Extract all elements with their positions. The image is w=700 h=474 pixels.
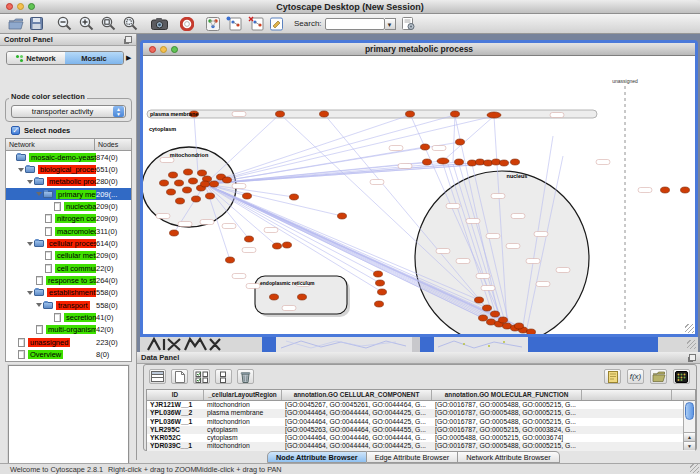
birds-eye-view[interactable] [8, 365, 129, 474]
tab-network-attribute-browser[interactable]: Network Attribute Browser [458, 451, 559, 463]
search-options-icon[interactable] [402, 16, 415, 32]
background-window-sliver[interactable] [434, 337, 528, 352]
tree-row[interactable]: macromolecule311(0) [6, 225, 131, 237]
table-cell[interactable]: [GO:0016787, GO:0005488, GO:0005215, G..… [432, 401, 582, 409]
network-view-window[interactable]: primary metabolic process plasma membran… [140, 40, 698, 337]
table-row[interactable]: YLR295Ccytoplasm[GO:0045263, GO:0044464,… [147, 426, 695, 434]
tab-node-attribute-browser[interactable]: Node Attribute Browser [267, 451, 367, 463]
disclosure-triangle-icon[interactable] [35, 303, 43, 307]
table-cell[interactable]: YKR052C [147, 434, 204, 442]
background-window-sliver[interactable] [276, 337, 412, 352]
tab-mosaic[interactable]: Mosaic [65, 52, 123, 64]
disclosure-triangle-icon[interactable] [26, 180, 34, 184]
tree-row[interactable]: unassigned223(0) [6, 336, 131, 348]
scroll-down-icon[interactable]: ▼ [684, 441, 695, 450]
table-cell[interactable]: [GO:0005488, GO:0005215, GO:0003674] [432, 434, 582, 442]
search-input[interactable] [325, 18, 385, 30]
tree-row[interactable]: response to stimulu264(0) [6, 274, 131, 286]
tab-network[interactable]: Network [7, 52, 65, 64]
table-cell[interactable]: [GO:0045267, GO:0045261, GO:0044464, G..… [282, 401, 432, 409]
mosaic-icon[interactable] [206, 16, 220, 32]
tree-row[interactable]: cell communicat22(0) [6, 262, 131, 274]
save-session-icon[interactable] [30, 16, 43, 32]
tree-row[interactable]: metabolic process280(0) [6, 176, 131, 188]
tree-col-network[interactable]: Network [6, 139, 95, 150]
disclosure-triangle-icon[interactable] [35, 192, 43, 196]
tree-row[interactable]: primary metabo209(... [6, 188, 131, 200]
table-row[interactable]: YPL036W__1mitochondrion[GO:0044464, GO:0… [147, 418, 695, 426]
col-go-cellular-component[interactable]: annotation.GO CELLULAR_COMPONENT [282, 390, 432, 400]
table-cell[interactable]: [GO:0016787, GO:0005488, GO:0005215, G..… [432, 409, 582, 417]
select-attributes-icon[interactable] [193, 369, 210, 384]
zoom-in-icon[interactable] [79, 16, 94, 32]
unselect-attributes-icon[interactable] [215, 369, 232, 384]
table-cell[interactable]: [GO:0016787, GO:0005488, GO:0005215, G..… [432, 418, 582, 426]
help-lifesaver-icon[interactable] [180, 16, 194, 32]
table-cell[interactable]: [GO:0045263, GO:0044464, GO:0044455, G..… [282, 426, 432, 434]
zoom-out-icon[interactable] [57, 16, 72, 32]
tree-row[interactable]: Overview8(0) [6, 349, 131, 361]
minimize-view-icon[interactable] [160, 46, 167, 53]
disclosure-triangle-icon[interactable] [17, 168, 25, 172]
table-row[interactable]: YPL036W__2plasma membrane[GO:0044464, GO… [147, 409, 695, 417]
background-window-sliver[interactable] [140, 337, 262, 352]
table-cell[interactable]: YPL036W__1 [147, 418, 204, 426]
window-titlebar[interactable]: Cytoscape Desktop (New Session) [0, 0, 700, 14]
table-cell[interactable]: YJR121W__1 [147, 401, 204, 409]
tree-row[interactable]: nucleobase-209(0) [6, 200, 131, 212]
table-row[interactable]: YKR052Ccytoplasm[GO:0044464, GO:0044446,… [147, 434, 695, 442]
table-cell[interactable]: mitochondrion [204, 418, 282, 426]
tab-overflow-arrow-icon[interactable]: ▶ [126, 54, 131, 62]
network-window-titlebar[interactable]: primary metabolic process [143, 43, 695, 56]
table-scrollbar[interactable]: ▲ ▼ [683, 401, 695, 450]
maximize-view-icon[interactable] [171, 46, 178, 53]
tree-row[interactable]: cellular metabo209(0) [6, 250, 131, 262]
annotation-icon[interactable] [270, 16, 284, 32]
scrollbar-thumb[interactable] [685, 402, 694, 420]
minimize-window-icon[interactable] [17, 3, 24, 10]
matrix-icon[interactable] [673, 369, 690, 384]
maximize-window-icon[interactable] [28, 3, 35, 10]
formula-fx-icon[interactable]: f(x) [627, 369, 644, 384]
new-attribute-icon[interactable] [171, 369, 188, 384]
open-session-icon[interactable] [8, 16, 24, 32]
background-windows-strip[interactable] [140, 337, 698, 352]
table-cell[interactable]: [GO:0044464, GO:0044444, GO:0044425, G..… [282, 418, 432, 426]
tree-row[interactable]: mosaic-demo-yeast874(0) [6, 151, 131, 163]
col-go-molecular-function[interactable]: annotation.GO MOLECULAR_FUNCTION [432, 390, 582, 400]
attribute-table-icon[interactable] [149, 369, 166, 384]
network-canvas[interactable]: plasma membrane cytoplasm mitochondrion … [143, 56, 695, 334]
table-cell[interactable]: [GO:0044464, GO:0044446, GO:0044444, G..… [282, 434, 432, 442]
background-window-corner[interactable] [658, 337, 698, 352]
table-cell[interactable]: cytoplasm [204, 434, 282, 442]
tree-row[interactable]: establishment of lo558(0) [6, 287, 131, 299]
close-window-icon[interactable] [6, 3, 13, 10]
table-cell[interactable]: mitochondrion [204, 442, 282, 450]
float-panel-icon[interactable] [125, 36, 132, 43]
table-row[interactable]: YJR121W__1mitochondrion[GO:0045267, GO:0… [147, 401, 695, 409]
table-cell[interactable]: YPL036W__2 [147, 409, 204, 417]
table-cell[interactable]: YLR295C [147, 426, 204, 434]
scroll-up-icon[interactable]: ▲ [684, 432, 695, 441]
search-dropdown-icon[interactable]: ▼ [385, 18, 396, 30]
col-cellular-layout-region[interactable]: _cellularLayoutRegion [204, 390, 282, 400]
tree-row[interactable]: secretion41(0) [6, 311, 131, 323]
node-color-dropdown[interactable]: transporter activity ▲▼ [11, 105, 126, 118]
zoom-selected-icon[interactable] [123, 16, 138, 32]
tab-edge-attribute-browser[interactable]: Edge Attribute Browser [367, 451, 459, 463]
table-row[interactable]: YDR039C__1mitochondrion[GO:0044464, GO:0… [147, 442, 695, 450]
disclosure-triangle-icon[interactable] [26, 291, 34, 295]
col-id[interactable]: ID [147, 390, 204, 400]
table-cell[interactable]: [GO:0016787, GO:0005215, GO:0003824, G..… [432, 426, 582, 434]
tree-col-nodes[interactable]: Nodes [95, 139, 131, 150]
disclosure-triangle-icon[interactable] [26, 242, 34, 246]
tree-row[interactable]: nitrogen compo209(0) [6, 213, 131, 225]
table-cell[interactable]: plasma membrane [204, 409, 282, 417]
float-panel-icon[interactable] [689, 354, 696, 361]
snapshot-camera-icon[interactable] [151, 16, 168, 32]
zoom-fit-icon[interactable] [101, 16, 116, 32]
tree-row[interactable]: cellular process614(0) [6, 237, 131, 249]
window-resize-grip[interactable] [690, 464, 699, 473]
table-cell[interactable]: cytoplasm [204, 426, 282, 434]
import-attributes-icon[interactable] [650, 369, 667, 384]
